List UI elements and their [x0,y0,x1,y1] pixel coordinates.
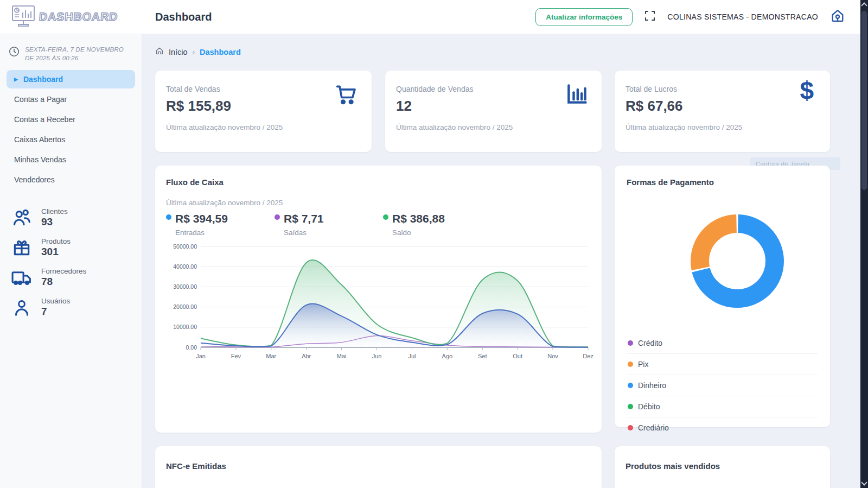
kpi-label: Saldo [392,229,492,237]
saldo-dot [383,214,388,220]
top-products-card: Produtos mais vendidos [615,446,830,488]
svg-text:Set: Set [478,353,487,359]
legend-label: Crédito [638,339,662,347]
cart-icon [334,83,359,109]
sidebar: SEXTA-FEIRA, 7 DE NOVEMBRO DE 2025 ÀS 00… [0,34,142,488]
stat-clientes[interactable]: Clientes 93 [11,207,135,228]
home-icon[interactable] [830,8,845,26]
sidebar-item-caixas-abertos[interactable]: Caixas Abertos [7,130,135,149]
top-products-title: Produtos mais vendidos [626,461,819,471]
legend-dot [628,383,633,388]
scroll-up-icon[interactable] [861,2,867,8]
page-scrollbar[interactable] [860,0,868,488]
scrollbar-thumb[interactable] [861,11,867,190]
kpi-value: R$ 386,88 [392,212,445,225]
sidebar-item-contas-a-pagar[interactable]: Contas a Pagar [7,90,135,109]
users-icon [11,207,33,228]
legend-item-crediario[interactable]: Crediário [627,417,818,438]
svg-text:10000.00: 10000.00 [173,324,197,330]
sidebar-item-dashboard[interactable]: ▶ Dashboard [7,70,135,88]
card-title: Total de Vendas [166,85,356,93]
cashflow-kpi-saidas: R$ 7,71 Saídas [275,212,383,237]
stat-value: 301 [41,246,71,258]
kpi-label: Entradas [175,229,275,237]
stat-label: Produtos [41,237,71,245]
sidebar-date: SEXTA-FEIRA, 7 DE NOVEMBRO DE 2025 ÀS 00… [7,43,135,70]
main-content: Início › Dashboard Total de Vendas R$ 15… [142,34,860,488]
legend-item-debito[interactable]: Débito [627,396,818,417]
sidebar-item-label: Minhas Vendas [14,155,66,164]
truck-icon [11,267,33,288]
stat-value: 78 [41,276,86,288]
kpi-value: R$ 7,71 [284,212,324,225]
svg-text:Out: Out [513,353,522,359]
sidebar-item-vendedores[interactable]: Vendedores [7,170,135,189]
svg-text:50000.00: 50000.00 [173,243,197,250]
svg-text:Jan: Jan [196,353,206,359]
breadcrumb-home-icon[interactable] [155,47,164,57]
card-updated: Última atualização novembro / 2025 [396,123,586,131]
sidebar-item-label: Contas a Receber [14,115,75,124]
svg-text:Ago: Ago [442,353,453,359]
svg-text:Dez: Dez [583,353,593,359]
monitor-chart-icon [11,4,36,29]
svg-text:Jul: Jul [408,353,416,359]
legend-label: Pix [638,360,648,369]
refresh-info-button[interactable]: Atualizar informações [535,8,633,26]
card-quantidade-vendas: Quantidade de Vendas 12 Última atualizaç… [385,71,602,152]
app-header: DASHBOARD Dashboard Atualizar informaçõe… [0,0,860,34]
logo-wordmark: DASHBOARD [39,10,118,23]
fullscreen-icon[interactable] [644,10,655,23]
kpi-label: Saídas [284,229,383,237]
card-total-lucros: Total de Lucros R$ 67,66 Última atualiza… [615,71,830,152]
legend-item-pix[interactable]: Pix [627,354,818,375]
legend-item-credito[interactable]: Crédito [627,333,818,354]
legend-label: Débito [638,402,660,411]
sidebar-item-label: Contas a Pagar [14,95,67,104]
card-updated: Última atualização novembro / 2025 [166,123,356,131]
stat-label: Usuários [41,297,70,305]
card-total-vendas: Total de Vendas R$ 155,89 Última atualiz… [155,71,372,152]
svg-text:20000.00: 20000.00 [173,303,197,310]
stat-value: 93 [41,216,68,228]
bar-chart-icon [565,83,589,109]
app-logo: DASHBOARD [0,4,142,29]
stat-produtos[interactable]: Produtos 301 [11,237,135,258]
sidebar-item-contas-a-receber[interactable]: Contas a Receber [7,110,135,129]
cashflow-card: Fluxo de Caixa Última atualização novemb… [155,166,602,433]
page-title: Dashboard [155,11,212,23]
breadcrumb: Início › Dashboard [142,34,860,57]
sidebar-item-label: Caixas Abertos [14,135,65,144]
legend-dot [628,404,633,409]
kpi-value: R$ 394,59 [175,212,228,225]
legend-dot [628,362,633,367]
card-value: 12 [396,98,586,115]
legend-item-dinheiro[interactable]: Dinheiro [627,375,818,396]
stat-value: 7 [41,306,70,318]
legend-dot [628,425,633,430]
svg-text:40000.00: 40000.00 [173,263,197,270]
stat-usuarios[interactable]: Usuários 7 [11,297,135,318]
gift-icon [11,237,33,258]
svg-text:Nov: Nov [547,353,558,359]
card-title: Total de Lucros [626,85,815,93]
cashflow-updated: Última atualização novembro / 2025 [166,199,592,207]
stat-fornecedores[interactable]: Fornecedores 78 [11,267,135,288]
sidebar-item-label: Dashboard [23,75,63,84]
svg-text:Jun: Jun [372,353,382,359]
payments-card: Formas de Pagamento Crédito Pix Dinheiro… [615,166,830,427]
breadcrumb-current[interactable]: Dashboard [200,48,241,56]
sidebar-item-minhas-vendas[interactable]: Minhas Vendas [7,150,135,169]
svg-text:Mai: Mai [337,353,347,359]
cashflow-kpi-saldo: R$ 386,88 Saldo [383,212,492,237]
svg-text:Abr: Abr [302,353,311,359]
svg-text:30000.00: 30000.00 [173,283,197,290]
dollar-icon: $ [800,78,814,103]
cashflow-area-chart: 0.0010000.0020000.0030000.0040000.005000… [166,241,592,369]
breadcrumb-home[interactable]: Início [169,48,188,56]
company-name: COLINAS SISTEMAS - DEMONSTRACAO [667,12,818,21]
payments-legend: Crédito Pix Dinheiro Débito Crediário [627,333,818,438]
payments-donut-chart [680,204,795,319]
scroll-down-icon[interactable] [861,479,867,485]
nfce-card: NFC-e Emitidas [155,446,602,488]
